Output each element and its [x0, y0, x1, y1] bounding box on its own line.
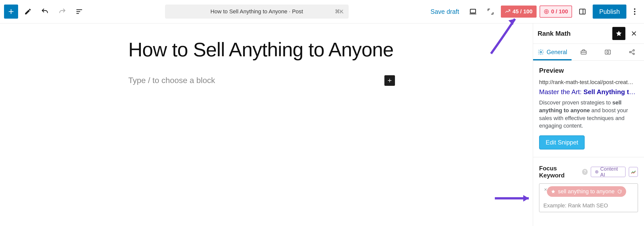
section-divider [533, 157, 644, 157]
undo-icon [41, 7, 49, 16]
shortcut-hint: ⌘K [335, 9, 344, 15]
star-badge[interactable] [612, 27, 625, 40]
edit-snippet-button[interactable]: Edit Snippet [539, 135, 585, 149]
svg-point-9 [540, 51, 542, 53]
sidebar-title: Rank Math [538, 30, 609, 37]
content-ai-label: Content AI [600, 166, 622, 178]
star-icon [616, 30, 622, 37]
undo-button[interactable] [38, 5, 52, 19]
laptop-icon [469, 8, 477, 16]
topbar-left [4, 5, 87, 19]
trend-colored-icon [631, 169, 636, 175]
close-sidebar-button[interactable] [628, 28, 639, 39]
focus-keyword-input[interactable]: ✕ sell anything to anyone Example: Rank … [539, 183, 638, 212]
options-menu-button[interactable] [629, 8, 640, 15]
edit-snippet-label: Edit Snippet [546, 139, 578, 146]
content-ai-button[interactable]: Content AI [591, 167, 626, 177]
add-block-button[interactable] [4, 5, 18, 19]
redo-button [55, 5, 69, 19]
sidebar-body: Preview http://rank-math-test.local/post… [533, 61, 644, 218]
editor-canvas[interactable]: How to Sell Anything to Anyone Type / to… [0, 23, 533, 226]
redo-icon [58, 7, 66, 16]
document-overview-button[interactable] [72, 5, 87, 19]
svg-rect-0 [470, 9, 476, 13]
save-draft-link[interactable]: Save draft [427, 8, 463, 15]
post-title[interactable]: How to Sell Anything to Anyone [128, 39, 395, 61]
schema-icon [604, 49, 611, 56]
document-title-pill[interactable]: How to Sell Anything to Anyone · Post ⌘K [165, 5, 349, 19]
list-overview-icon [75, 8, 83, 15]
publish-button[interactable]: Publish [593, 5, 626, 19]
pencil-icon [24, 8, 32, 15]
inline-add-block-button[interactable] [384, 75, 395, 86]
focus-keyword-placeholder: Example: Rank Math SEO [543, 202, 635, 209]
preview-description: Discover proven strategies to sell anyth… [539, 99, 638, 130]
editor-topbar: How to Sell Anything to Anyone · Post ⌘K… [0, 0, 644, 23]
svg-point-13 [607, 51, 609, 53]
tab-general[interactable]: General [533, 44, 572, 60]
focus-keyword-chip[interactable]: sell anything to anyone [547, 186, 626, 197]
expand-icon [487, 8, 494, 15]
refresh-icon[interactable] [617, 189, 622, 194]
ai-score-text: 0 / 100 [551, 8, 568, 15]
help-icon[interactable]: ? [582, 169, 588, 175]
svg-point-3 [546, 11, 547, 12]
main-area: How to Sell Anything to Anyone Type / to… [0, 23, 644, 226]
fk-label-text: Focus Keyword [539, 165, 580, 179]
sidebar-tabs: General [533, 44, 644, 61]
focus-keyword-label: Focus Keyword ? [539, 165, 588, 179]
block-appender-row: Type / to choose a block [128, 75, 395, 86]
topbar-right: Save draft 45 / 100 0 / 100 Publish [427, 5, 640, 19]
fullscreen-button[interactable] [483, 5, 498, 19]
seo-score-text: 45 / 100 [512, 8, 533, 15]
tab-advanced[interactable] [572, 44, 596, 60]
plus-icon [7, 8, 15, 16]
plus-icon [387, 78, 393, 84]
settings-sidebar-toggle[interactable] [575, 5, 590, 19]
trends-button[interactable] [629, 167, 638, 177]
trend-up-icon [505, 9, 510, 14]
svg-rect-4 [580, 9, 585, 14]
content-ai-score-pill[interactable]: 0 / 100 [540, 6, 572, 18]
sidebar-icon [579, 8, 586, 15]
target-icon [595, 170, 599, 174]
svg-point-6 [634, 8, 635, 10]
edit-tools-button[interactable] [21, 5, 35, 19]
tab-social[interactable] [620, 44, 644, 60]
block-appender-prompt[interactable]: Type / to choose a block [128, 76, 384, 85]
preview-devices-button[interactable] [466, 5, 480, 19]
close-icon [631, 30, 637, 37]
preview-heading: Preview [539, 67, 638, 74]
chip-text: sell anything to anyone [558, 188, 615, 195]
svg-point-8 [634, 13, 635, 15]
svg-point-17 [595, 171, 598, 173]
svg-point-18 [596, 171, 597, 172]
document-title-text: How to Sell Anything to Anyone · Post [211, 8, 303, 15]
tab-schema[interactable] [596, 44, 620, 60]
tab-general-label: General [547, 49, 567, 56]
svg-point-7 [634, 11, 635, 12]
focus-keyword-header: Focus Keyword ? Content AI [539, 165, 638, 179]
target-icon [544, 9, 549, 14]
star-icon [551, 189, 555, 194]
toolbox-icon [580, 49, 587, 56]
remove-keyword-button[interactable]: ✕ [544, 187, 547, 192]
preview-title[interactable]: Master the Art: Sell Anything to… [539, 88, 638, 96]
kebab-icon [634, 8, 636, 15]
preview-title-plain: Master the Art: [539, 88, 583, 96]
preview-url: http://rank-math-test.local/post-creat… [539, 79, 638, 86]
gear-icon [538, 49, 544, 55]
share-icon [628, 49, 635, 56]
preview-title-bold: Sell Anything to… [583, 88, 638, 96]
sidebar-header: Rank Math [533, 23, 644, 44]
rank-math-sidebar: Rank Math General Preview [533, 23, 644, 226]
publish-label: Publish [599, 8, 620, 15]
preview-desc-pre: Discover proven strategies to [539, 99, 612, 106]
seo-score-pill[interactable]: 45 / 100 [501, 6, 537, 18]
topbar-center: How to Sell Anything to Anyone · Post ⌘K [89, 5, 425, 19]
